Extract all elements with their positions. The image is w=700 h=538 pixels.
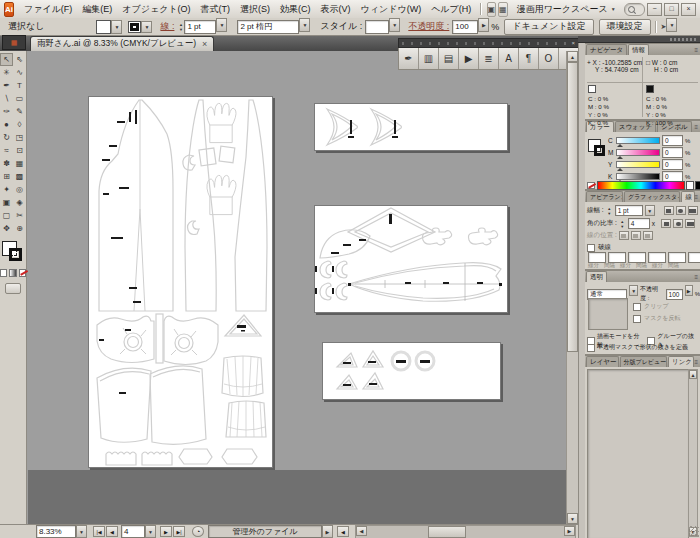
chevron-right-icon[interactable]: ▶ xyxy=(322,525,333,538)
menu-type[interactable]: 書式(T) xyxy=(196,1,236,18)
mesh-tool[interactable]: ⊞ xyxy=(0,170,13,183)
stroke-link[interactable]: 線 : xyxy=(160,20,174,33)
screen-mode-button[interactable] xyxy=(5,283,21,294)
chevron-down-icon[interactable]: ▼ xyxy=(76,525,87,538)
panel-menu-icon[interactable]: ≡ xyxy=(694,357,698,367)
chevron-right-icon[interactable]: ▶ xyxy=(685,285,693,296)
first-artboard-button[interactable]: |◀ xyxy=(93,526,105,537)
none-swatch[interactable] xyxy=(587,182,595,189)
resize-grip[interactable] xyxy=(688,526,699,537)
panel-menu-icon[interactable]: ≡ xyxy=(695,192,699,202)
panel-menu-icon[interactable]: ≡ xyxy=(694,45,698,55)
miter-stepper[interactable]: ▲▼ xyxy=(619,219,626,229)
weight-stepper[interactable]: ▲▼ xyxy=(606,206,613,216)
menu-view[interactable]: 表示(V) xyxy=(316,1,356,18)
chevron-down-icon[interactable]: ▼ xyxy=(389,18,400,32)
last-artboard-button[interactable]: ▶| xyxy=(173,526,185,537)
chevron-down-icon[interactable]: ▼ xyxy=(145,525,156,538)
brush-definition-select[interactable]: 2 pt 楕円 xyxy=(237,20,299,34)
status-display[interactable]: 管理外のファイル xyxy=(208,525,322,538)
tab-links[interactable]: リンク xyxy=(668,356,695,367)
scale-tool[interactable]: ◳ xyxy=(13,131,26,144)
horizontal-scrollbar[interactable]: ◀ ▶ xyxy=(355,525,576,538)
pen-tool[interactable]: ✒ xyxy=(0,79,13,92)
gradient-mode-button[interactable] xyxy=(9,269,16,277)
status-back-button[interactable]: ◀ xyxy=(337,526,349,537)
arrange-documents-button[interactable]: ▦ xyxy=(498,2,508,17)
opacity-field[interactable]: 100 xyxy=(452,20,478,34)
selection-tool[interactable]: ↖ xyxy=(0,53,13,66)
menu-file[interactable]: ファイル(F) xyxy=(19,1,77,18)
links-list[interactable] xyxy=(587,369,689,538)
artboard-fins[interactable] xyxy=(314,103,508,151)
blend-tool[interactable]: ◎ xyxy=(13,183,26,196)
close-tab-icon[interactable]: × xyxy=(202,39,207,49)
chevron-down-icon[interactable]: ▼ xyxy=(645,205,655,216)
blob-brush-tool[interactable]: ● xyxy=(0,118,13,131)
menu-window[interactable]: ウィンドウ(W) xyxy=(356,1,427,18)
yellow-value[interactable]: 0 xyxy=(662,159,683,170)
artboard-tool[interactable]: ▢ xyxy=(0,209,13,222)
menu-effect[interactable]: 効果(C) xyxy=(275,1,316,18)
search-input[interactable] xyxy=(624,3,645,16)
bridge-button[interactable]: ▣ xyxy=(487,2,497,17)
stroke-box[interactable] xyxy=(9,248,22,261)
black-swatch[interactable] xyxy=(695,181,700,190)
paintbrush-tool[interactable]: ✑ xyxy=(0,105,13,118)
next-artboard-button[interactable]: ▶ xyxy=(160,526,172,537)
opacity-mask-checkbox[interactable] xyxy=(587,344,595,352)
actions-panel-button[interactable]: ▶ xyxy=(459,48,479,69)
fill-color-picker[interactable]: ▼ xyxy=(96,20,122,34)
live-paint-selection-tool[interactable]: ◈ xyxy=(13,196,26,209)
toolbar-titlebar[interactable]: × xyxy=(398,38,579,48)
canvas[interactable] xyxy=(28,51,566,524)
maximize-button[interactable]: □ xyxy=(664,3,679,16)
rotate-tool[interactable]: ↻ xyxy=(0,131,13,144)
opacity-link[interactable]: 不透明度 : xyxy=(408,20,449,33)
cyan-slider[interactable] xyxy=(616,137,660,144)
dashed-checkbox[interactable] xyxy=(587,244,595,252)
tab-layers[interactable]: レイヤー xyxy=(586,356,619,367)
zoom-tool[interactable]: ⊕ xyxy=(13,222,26,235)
scroll-right-icon[interactable]: ▶ xyxy=(564,526,575,536)
menu-edit[interactable]: 編集(E) xyxy=(77,1,117,18)
line-segment-tool[interactable]: ∖ xyxy=(0,92,13,105)
direct-selection-tool[interactable]: ⇖ xyxy=(13,53,26,66)
white-swatch[interactable] xyxy=(686,181,694,190)
projecting-cap-button[interactable] xyxy=(688,206,698,215)
stroke-box[interactable] xyxy=(594,145,605,156)
lasso-tool[interactable]: ∿ xyxy=(13,66,26,79)
magenta-value[interactable]: 0 xyxy=(662,147,683,158)
cyan-value[interactable]: 0 xyxy=(662,135,683,146)
tab-info[interactable]: 情報 xyxy=(628,44,649,55)
workspace-switcher[interactable]: 漫画用ワークスペース ▼ xyxy=(517,3,616,16)
document-tab[interactable]: 雨野さん.ai @ 8.33% (CMYK/プレビュー) × xyxy=(30,36,214,51)
tab-stroke[interactable]: 線 xyxy=(681,191,694,202)
column-graph-tool[interactable]: ▦ xyxy=(13,157,26,170)
document-setup-button[interactable]: ドキュメント設定 xyxy=(504,19,593,35)
preferences-button[interactable]: 環境設定 xyxy=(599,19,651,35)
chevron-right-icon[interactable]: ▶ xyxy=(478,18,489,32)
yellow-slider[interactable] xyxy=(616,161,660,168)
close-icon[interactable]: × xyxy=(571,40,575,46)
artboard-number-field[interactable]: 4 xyxy=(121,525,145,538)
tab-transparency[interactable]: 透明 xyxy=(586,271,607,282)
miter-join-button[interactable] xyxy=(661,219,671,228)
scroll-down-icon[interactable]: ▼ xyxy=(567,513,578,524)
scroll-left-icon[interactable]: ◀ xyxy=(356,526,367,536)
artboard-main[interactable] xyxy=(88,96,273,468)
gap-field[interactable] xyxy=(688,252,700,263)
close-button[interactable]: × xyxy=(681,3,696,16)
scrollbar-thumb[interactable] xyxy=(428,526,466,538)
round-cap-button[interactable] xyxy=(676,206,686,215)
black-slider[interactable] xyxy=(616,173,660,180)
round-join-button[interactable] xyxy=(673,219,683,228)
minimize-button[interactable]: − xyxy=(647,3,662,16)
magenta-slider[interactable] xyxy=(616,149,660,156)
eyedropper-tool[interactable]: ✦ xyxy=(0,183,13,196)
fill-stroke-indicator[interactable] xyxy=(1,241,25,265)
stroke-weight-stepper[interactable]: ▲▼ xyxy=(177,22,184,32)
opacity-field[interactable]: 100 xyxy=(666,289,683,300)
menu-select[interactable]: 選択(S) xyxy=(235,1,275,18)
type-tool[interactable]: T xyxy=(13,79,26,92)
